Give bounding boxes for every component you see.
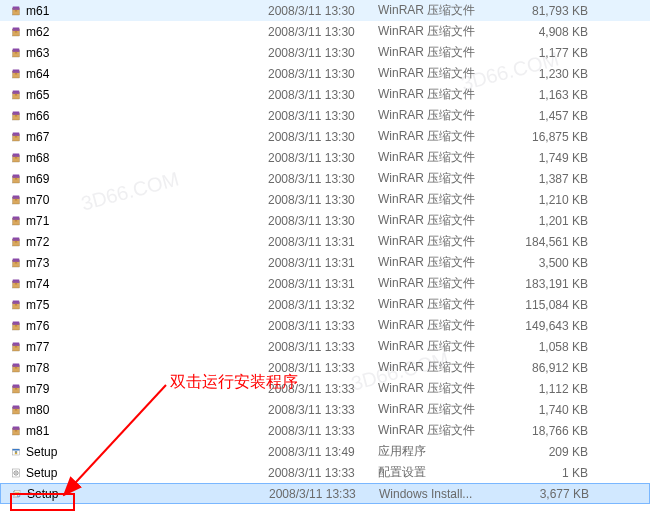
file-row[interactable]: m672008/3/11 13:30WinRAR 压缩文件16,875 KB bbox=[0, 126, 650, 147]
file-name: m81 bbox=[20, 424, 268, 438]
file-name: m67 bbox=[20, 130, 268, 144]
svg-rect-30 bbox=[13, 153, 20, 155]
file-row[interactable]: Setup2008/3/11 13:49应用程序209 KB bbox=[0, 441, 650, 462]
file-date: 2008/3/11 13:30 bbox=[268, 193, 378, 207]
svg-rect-42 bbox=[13, 216, 20, 218]
file-date: 2008/3/11 13:33 bbox=[268, 361, 378, 375]
file-row[interactable]: m772008/3/11 13:33WinRAR 压缩文件1,058 KB bbox=[0, 336, 650, 357]
file-size: 3,500 KB bbox=[508, 256, 598, 270]
svg-rect-79 bbox=[15, 408, 17, 410]
svg-rect-29 bbox=[13, 155, 20, 157]
file-name: m63 bbox=[20, 46, 268, 60]
svg-rect-63 bbox=[15, 324, 17, 326]
file-type: WinRAR 压缩文件 bbox=[378, 107, 508, 124]
rar-file-icon bbox=[0, 129, 20, 145]
file-name: m75 bbox=[20, 298, 268, 312]
svg-rect-26 bbox=[13, 132, 20, 134]
file-size: 3,677 KB bbox=[509, 487, 599, 501]
file-row[interactable]: m762008/3/11 13:33WinRAR 压缩文件149,643 KB bbox=[0, 315, 650, 336]
svg-rect-57 bbox=[13, 302, 20, 304]
ini-file-icon bbox=[0, 465, 20, 481]
svg-rect-59 bbox=[15, 303, 17, 305]
svg-rect-54 bbox=[13, 279, 20, 281]
file-row[interactable]: m722008/3/11 13:31WinRAR 压缩文件184,561 KB bbox=[0, 231, 650, 252]
rar-file-icon bbox=[0, 87, 20, 103]
file-type: WinRAR 压缩文件 bbox=[378, 233, 508, 250]
file-size: 81,793 KB bbox=[508, 4, 598, 18]
svg-rect-67 bbox=[15, 345, 17, 347]
file-type: WinRAR 压缩文件 bbox=[378, 359, 508, 376]
file-date: 2008/3/11 13:30 bbox=[268, 46, 378, 60]
file-date: 2008/3/11 13:33 bbox=[268, 424, 378, 438]
file-name: m74 bbox=[20, 277, 268, 291]
rar-file-icon bbox=[0, 402, 20, 418]
file-size: 1,058 KB bbox=[508, 340, 598, 354]
file-row[interactable]: m742008/3/11 13:31WinRAR 压缩文件183,191 KB bbox=[0, 273, 650, 294]
svg-rect-2 bbox=[13, 6, 20, 8]
svg-rect-45 bbox=[13, 239, 20, 241]
file-name: m69 bbox=[20, 172, 268, 186]
file-name: m73 bbox=[20, 256, 268, 270]
file-row[interactable]: m782008/3/11 13:33WinRAR 压缩文件86,912 KB bbox=[0, 357, 650, 378]
file-type: WinRAR 压缩文件 bbox=[378, 86, 508, 103]
rar-file-icon bbox=[0, 381, 20, 397]
file-type: WinRAR 压缩文件 bbox=[378, 212, 508, 229]
svg-rect-62 bbox=[13, 321, 20, 323]
file-row[interactable]: m662008/3/11 13:30WinRAR 压缩文件1,457 KB bbox=[0, 105, 650, 126]
file-size: 1,387 KB bbox=[508, 172, 598, 186]
file-size: 1,177 KB bbox=[508, 46, 598, 60]
file-type: WinRAR 压缩文件 bbox=[378, 191, 508, 208]
file-type: WinRAR 压缩文件 bbox=[378, 44, 508, 61]
file-date: 2008/3/11 13:30 bbox=[268, 109, 378, 123]
file-row[interactable]: m682008/3/11 13:30WinRAR 压缩文件1,749 KB bbox=[0, 147, 650, 168]
file-name: m71 bbox=[20, 214, 268, 228]
file-row[interactable]: m812008/3/11 13:33WinRAR 压缩文件18,766 KB bbox=[0, 420, 650, 441]
file-row[interactable]: m712008/3/11 13:30WinRAR 压缩文件1,201 KB bbox=[0, 210, 650, 231]
rar-file-icon bbox=[0, 276, 20, 292]
file-name: m70 bbox=[20, 193, 268, 207]
svg-rect-81 bbox=[13, 428, 20, 430]
file-row[interactable]: m612008/3/11 13:30WinRAR 压缩文件81,793 KB bbox=[0, 0, 650, 21]
file-type: WinRAR 压缩文件 bbox=[378, 23, 508, 40]
file-name: m66 bbox=[20, 109, 268, 123]
file-row[interactable]: m652008/3/11 13:30WinRAR 压缩文件1,163 KB bbox=[0, 84, 650, 105]
svg-rect-85 bbox=[13, 449, 20, 451]
file-list[interactable]: m612008/3/11 13:30WinRAR 压缩文件81,793 KBm6… bbox=[0, 0, 650, 504]
svg-rect-65 bbox=[13, 344, 20, 346]
file-date: 2008/3/11 13:30 bbox=[268, 4, 378, 18]
file-row[interactable]: m792008/3/11 13:33WinRAR 压缩文件1,112 KB bbox=[0, 378, 650, 399]
svg-rect-18 bbox=[13, 90, 20, 92]
file-row[interactable]: m632008/3/11 13:30WinRAR 压缩文件1,177 KB bbox=[0, 42, 650, 63]
file-row[interactable]: m802008/3/11 13:33WinRAR 压缩文件1,740 KB bbox=[0, 399, 650, 420]
rar-file-icon bbox=[0, 255, 20, 271]
file-row[interactable]: m642008/3/11 13:30WinRAR 压缩文件1,230 KB bbox=[0, 63, 650, 84]
file-row[interactable]: Setup2008/3/11 13:33Windows Install...3,… bbox=[0, 483, 650, 504]
file-name: m64 bbox=[20, 67, 268, 81]
file-type: WinRAR 压缩文件 bbox=[378, 338, 508, 355]
svg-rect-7 bbox=[15, 30, 17, 32]
file-size: 18,766 KB bbox=[508, 424, 598, 438]
svg-rect-33 bbox=[13, 176, 20, 178]
svg-rect-10 bbox=[13, 48, 20, 50]
file-date: 2008/3/11 13:33 bbox=[268, 382, 378, 396]
svg-rect-61 bbox=[13, 323, 20, 325]
file-date: 2008/3/11 13:30 bbox=[268, 172, 378, 186]
file-date: 2008/3/11 13:30 bbox=[268, 88, 378, 102]
file-row[interactable]: Setup2008/3/11 13:33配置设置1 KB bbox=[0, 462, 650, 483]
file-row[interactable]: m702008/3/11 13:30WinRAR 压缩文件1,210 KB bbox=[0, 189, 650, 210]
file-row[interactable]: m692008/3/11 13:30WinRAR 压缩文件1,387 KB bbox=[0, 168, 650, 189]
file-row[interactable]: m752008/3/11 13:32WinRAR 压缩文件115,084 KB bbox=[0, 294, 650, 315]
svg-rect-46 bbox=[13, 237, 20, 239]
rar-file-icon bbox=[0, 108, 20, 124]
file-date: 2008/3/11 13:31 bbox=[268, 277, 378, 291]
file-row[interactable]: m622008/3/11 13:30WinRAR 压缩文件4,908 KB bbox=[0, 21, 650, 42]
file-name: Setup bbox=[20, 445, 268, 459]
rar-file-icon bbox=[0, 150, 20, 166]
svg-rect-78 bbox=[13, 405, 20, 407]
file-date: 2008/3/11 13:30 bbox=[268, 130, 378, 144]
svg-rect-25 bbox=[13, 134, 20, 136]
rar-file-icon bbox=[0, 3, 20, 19]
svg-rect-5 bbox=[13, 29, 20, 31]
file-size: 4,908 KB bbox=[508, 25, 598, 39]
file-row[interactable]: m732008/3/11 13:31WinRAR 压缩文件3,500 KB bbox=[0, 252, 650, 273]
